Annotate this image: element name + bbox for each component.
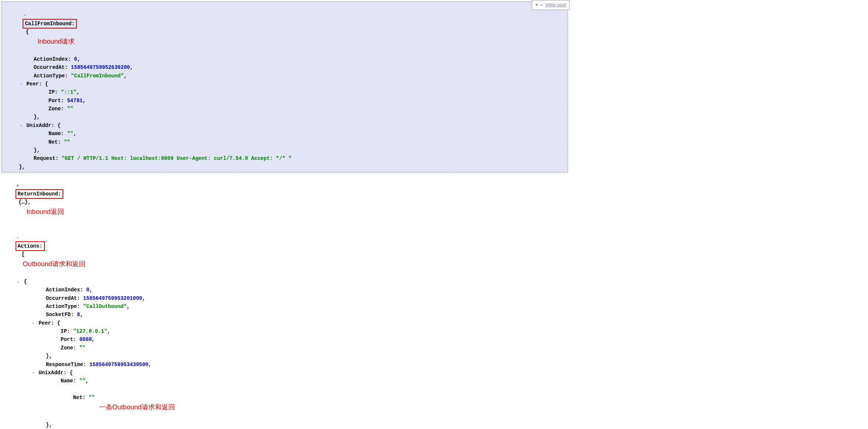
request-key: Request:	[34, 155, 58, 161]
peer-key: Peer:	[38, 320, 54, 326]
json-viewer-toolbar: + – View sour	[532, 0, 570, 10]
collapse-all-button[interactable]: –	[540, 1, 543, 9]
action-type-value: "CallOutbound"	[83, 304, 127, 309]
inbound-request-annotation: Inbound请求	[37, 36, 75, 47]
actions-key: Actions:	[18, 243, 43, 249]
return-inbound-row: + ReturnInbound: {…}, Inbound返回	[1, 173, 568, 225]
net-value: ""	[89, 395, 95, 400]
action-type-value: "CallFromInbound"	[71, 73, 124, 79]
port-value: 8888	[79, 336, 92, 342]
response-time-value: 1585649759953430500	[89, 362, 149, 368]
port-key: Port:	[48, 98, 64, 104]
occurred-at-key: OccurredAt:	[34, 64, 68, 70]
occurred-at-key: OccurredAt:	[46, 295, 80, 301]
request-value: "GET / HTTP/1.1 Host: localhost:9999 Use…	[62, 155, 292, 161]
action-index-value: 0	[86, 287, 89, 293]
collapse-icon[interactable]: -	[31, 369, 36, 377]
action-type-key: ActionType:	[34, 73, 68, 79]
actions-row: - Actions: [ Outbound请求和返回	[1, 225, 568, 278]
actions-key-box: Actions:	[16, 241, 45, 251]
name-value: ""	[67, 131, 73, 137]
ip-key: IP:	[48, 89, 58, 95]
zone-key: Zone:	[61, 345, 76, 351]
call-from-inbound-key-box: CallFromInbound:	[23, 19, 77, 29]
collapse-icon[interactable]: -	[19, 80, 23, 88]
occurred-at-value: 1585649759952639200	[71, 64, 130, 70]
zone-value: ""	[79, 345, 85, 351]
collapsed-indicator[interactable]: {…},	[16, 199, 31, 205]
occurred-at-value: 1585649759953201000	[83, 295, 142, 301]
zone-key: Zone:	[48, 106, 64, 112]
expand-icon[interactable]: +	[16, 182, 20, 190]
inbound-return-annotation: Inbound返回	[27, 207, 64, 217]
ip-value: "127.0.0.1"	[73, 328, 107, 334]
collapse-icon[interactable]: -	[23, 11, 27, 19]
expand-all-button[interactable]: +	[535, 1, 538, 9]
view-source-link[interactable]: View sour	[545, 1, 566, 9]
net-key: Net:	[48, 139, 61, 145]
zone-value: ""	[67, 106, 73, 112]
action-type-key: ActionType:	[46, 304, 80, 309]
action-index-key: ActionIndex:	[46, 287, 83, 293]
peer-key: Peer:	[26, 81, 42, 87]
one-outbound-annotation: 一条Outbound请求和返回	[99, 403, 175, 411]
name-value: ""	[79, 378, 85, 384]
response-time-key: ResponseTime:	[46, 362, 86, 368]
socketfd-key: SocketFD:	[46, 312, 74, 318]
port-value: 54781	[67, 98, 82, 104]
call-from-inbound-key: CallFromInbound:	[25, 21, 74, 27]
return-inbound-key-box: ReturnInbound:	[16, 189, 64, 199]
action-index-value: 0	[74, 56, 77, 62]
unixaddr-key: UnixAddr:	[38, 370, 67, 376]
port-key: Port:	[61, 336, 76, 342]
collapse-icon[interactable]: -	[16, 278, 21, 286]
ip-value: "::1"	[61, 89, 77, 95]
call-from-inbound-block: - CallFromInbound: { Inbound请求 ActionInd…	[1, 1, 568, 172]
net-value: ""	[64, 139, 70, 145]
net-key: Net:	[73, 395, 86, 400]
collapse-icon[interactable]: -	[19, 121, 23, 130]
unixaddr-key: UnixAddr:	[26, 123, 54, 128]
name-key: Name:	[61, 378, 76, 384]
collapse-icon[interactable]: -	[16, 234, 20, 242]
name-key: Name:	[48, 131, 64, 137]
action-index-key: ActionIndex:	[34, 56, 71, 62]
return-inbound-key: ReturnInbound:	[18, 191, 61, 197]
ip-key: IP:	[61, 328, 70, 334]
collapse-icon[interactable]: -	[31, 319, 36, 327]
outbound-annotation: Outbound请求和返回	[23, 259, 85, 269]
